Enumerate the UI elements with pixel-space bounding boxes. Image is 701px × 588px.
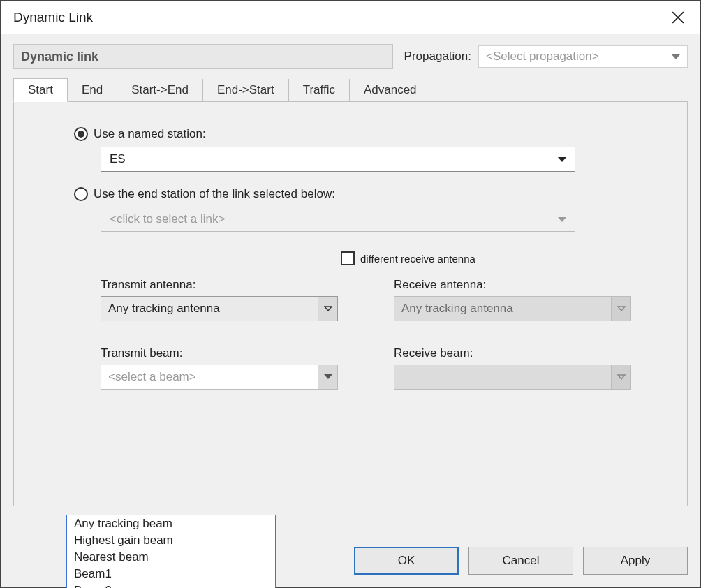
- radio-end-link[interactable]: [74, 187, 88, 201]
- tx-beam-option[interactable]: Nearest beam: [67, 549, 275, 566]
- tab-pane-start: Use a named station: ES Use the end stat…: [13, 101, 688, 506]
- radio-end-link-label: Use the end station of the link selected…: [94, 187, 335, 201]
- radio-named-station-row: Use a named station:: [74, 127, 654, 141]
- propagation-combo[interactable]: <Select propagation>: [478, 45, 688, 68]
- rx-beam-combo: [394, 365, 631, 390]
- svg-marker-3: [558, 157, 566, 162]
- tab-advanced[interactable]: Advanced: [350, 79, 431, 101]
- rx-beam-label: Receive beam:: [394, 346, 631, 360]
- radio-named-station-label: Use a named station:: [94, 127, 206, 141]
- different-rx-checkbox[interactable]: [341, 251, 355, 265]
- different-rx-row: different receive antenna: [341, 251, 654, 265]
- tx-antenna-label: Transmit antenna:: [101, 278, 338, 292]
- tx-antenna-value: Any tracking antenna: [108, 302, 220, 316]
- rx-beam-block: Receive beam:: [394, 346, 631, 390]
- svg-marker-7: [324, 374, 332, 379]
- apply-button[interactable]: Apply: [583, 547, 688, 575]
- dialog-window: Dynamic Link Dynamic link Propagation: <…: [0, 0, 701, 588]
- rx-antenna-combo: Any tracking antenna: [394, 296, 631, 321]
- tx-beam-option[interactable]: Any tracking beam: [67, 515, 275, 532]
- chevron-down-icon: [558, 212, 566, 226]
- svg-marker-4: [558, 217, 566, 222]
- tab-start-end[interactable]: Start->End: [117, 79, 203, 101]
- tx-beam-placeholder: <select a beam>: [108, 370, 196, 384]
- tx-beam-option[interactable]: Beam1: [67, 566, 275, 582]
- header-row: Dynamic link Propagation: <Select propag…: [13, 44, 688, 69]
- tab-strip: Start End Start->End End->Start Traffic …: [13, 78, 688, 101]
- tab-end[interactable]: End: [68, 79, 117, 101]
- chevron-down-icon: [318, 297, 337, 321]
- link-placeholder: <click to select a link>: [110, 212, 225, 226]
- ok-button[interactable]: OK: [354, 547, 459, 575]
- titlebar: Dynamic Link: [1, 1, 700, 34]
- svg-marker-8: [618, 375, 625, 379]
- tab-end-start[interactable]: End->Start: [203, 79, 289, 101]
- tx-beam-combo[interactable]: <select a beam>: [101, 365, 338, 390]
- tx-antenna-combo[interactable]: Any tracking antenna: [101, 296, 338, 321]
- cancel-button[interactable]: Cancel: [468, 547, 573, 575]
- link-name-field[interactable]: Dynamic link: [13, 44, 393, 69]
- tab-traffic[interactable]: Traffic: [289, 79, 350, 101]
- tx-beam-dropdown-list[interactable]: Any tracking beamHighest gain beamNeares…: [66, 515, 276, 588]
- different-rx-label: different receive antenna: [360, 253, 475, 265]
- link-combo[interactable]: <click to select a link>: [101, 207, 575, 232]
- rx-antenna-label: Receive antenna:: [394, 278, 631, 292]
- window-title: Dynamic Link: [13, 10, 665, 25]
- station-combo[interactable]: ES: [101, 147, 575, 172]
- rx-antenna-value: Any tracking antenna: [401, 302, 513, 316]
- svg-marker-6: [618, 307, 625, 311]
- chevron-down-icon: [611, 365, 630, 389]
- tx-beam-block: Transmit beam: <select a beam>: [101, 346, 338, 390]
- close-icon[interactable]: [665, 5, 691, 30]
- radio-named-station[interactable]: [74, 127, 88, 141]
- chevron-down-icon: [558, 152, 566, 166]
- propagation-label: Propagation:: [404, 50, 471, 64]
- chevron-down-icon: [318, 365, 337, 389]
- client-area: Dynamic link Propagation: <Select propag…: [1, 34, 700, 587]
- tx-beam-option[interactable]: Beam2: [67, 582, 275, 588]
- tab-start[interactable]: Start: [13, 78, 68, 102]
- tx-beam-label: Transmit beam:: [101, 346, 338, 360]
- svg-marker-5: [325, 307, 332, 311]
- beam-grid: Transmit beam: <select a beam> Receive b…: [101, 346, 654, 390]
- radio-end-link-row: Use the end station of the link selected…: [74, 187, 654, 201]
- tx-beam-option[interactable]: Highest gain beam: [67, 532, 275, 549]
- dialog-button-row: OK Cancel Apply: [354, 547, 688, 575]
- station-value: ES: [110, 152, 126, 166]
- chevron-down-icon: [611, 297, 630, 321]
- svg-marker-2: [672, 54, 680, 59]
- rx-antenna-block: Receive antenna: Any tracking antenna: [394, 278, 631, 321]
- antenna-grid: Transmit antenna: Any tracking antenna R…: [101, 278, 654, 321]
- propagation-placeholder: <Select propagation>: [486, 50, 599, 64]
- tx-antenna-block: Transmit antenna: Any tracking antenna: [101, 278, 338, 321]
- chevron-down-icon: [672, 50, 680, 64]
